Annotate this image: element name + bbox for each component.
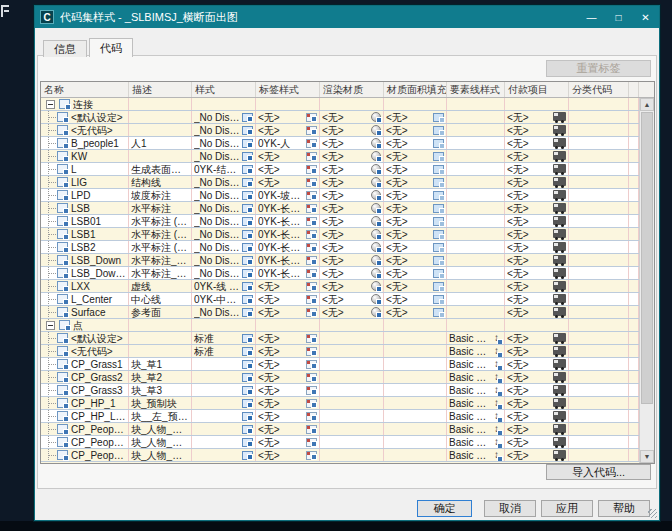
- cell-description[interactable]: 中心线: [129, 293, 192, 305]
- cell-name[interactable]: B_people1: [41, 137, 129, 149]
- cell-description[interactable]: 水平标注 (镜...: [129, 228, 192, 240]
- cell-render-material[interactable]: [320, 358, 384, 370]
- cell-name[interactable]: LIG: [41, 176, 129, 188]
- cell-feature-line[interactable]: [447, 163, 505, 175]
- cell-pay-item[interactable]: <无>: [505, 254, 569, 266]
- cell-label-style[interactable]: <无>: [256, 371, 320, 383]
- cell-feature-line[interactable]: [447, 241, 505, 253]
- cell-render-material[interactable]: <无>: [320, 137, 384, 149]
- cell-render-material[interactable]: <无>: [320, 241, 384, 253]
- cell-style[interactable]: 标准: [192, 332, 256, 344]
- cell-classification[interactable]: [569, 358, 629, 370]
- cell-classification[interactable]: [569, 163, 629, 175]
- cell-description[interactable]: 水平标注: [129, 202, 192, 214]
- cell-feature-line[interactable]: Basic Featu...↕: [447, 397, 505, 409]
- cell-render-material[interactable]: <无>: [320, 202, 384, 214]
- cell-label-style[interactable]: <无>: [256, 436, 320, 448]
- cell-description[interactable]: [129, 345, 192, 357]
- cell-pay-item[interactable]: <无>: [505, 215, 569, 227]
- cell-classification[interactable]: [569, 150, 629, 162]
- cell-classification[interactable]: [569, 111, 629, 123]
- cell-name[interactable]: LSB: [41, 202, 129, 214]
- cell-label-style[interactable]: 0YK-长度标...: [256, 215, 320, 227]
- cell-render-material[interactable]: <无>: [320, 280, 384, 292]
- cell-pay-item[interactable]: <无>: [505, 124, 569, 136]
- cell-classification[interactable]: [569, 241, 629, 253]
- cell-pay-item[interactable]: <无>: [505, 111, 569, 123]
- cell-render-material[interactable]: <无>: [320, 293, 384, 305]
- cell-classification[interactable]: [569, 98, 629, 110]
- cell-description[interactable]: 结构线: [129, 176, 192, 188]
- cell-render-material[interactable]: <无>: [320, 124, 384, 136]
- cell-feature-line[interactable]: [447, 306, 505, 318]
- cell-material-fill[interactable]: [384, 345, 447, 357]
- cell-feature-line[interactable]: [447, 202, 505, 214]
- cell-feature-line[interactable]: [447, 215, 505, 227]
- cell-description[interactable]: 块_草1: [129, 358, 192, 370]
- cell-feature-line[interactable]: [447, 150, 505, 162]
- scroll-down-icon[interactable]: ▼: [640, 450, 654, 463]
- cell-label-style[interactable]: <无>: [256, 345, 320, 357]
- cell-classification[interactable]: [569, 384, 629, 396]
- cell-render-material[interactable]: <无>: [320, 189, 384, 201]
- cell-label-style[interactable]: 0YK-长度标...: [256, 241, 320, 253]
- cell-pay-item[interactable]: <无>: [505, 371, 569, 383]
- cell-pay-item[interactable]: <无>: [505, 332, 569, 344]
- cell-label-style[interactable]: 0YK-坡度标...: [256, 189, 320, 201]
- cell-material-fill[interactable]: <无>: [384, 293, 447, 305]
- import-codes-button[interactable]: 导入代码...: [546, 464, 651, 480]
- cell-feature-line[interactable]: [447, 98, 505, 110]
- help-button[interactable]: 帮助: [598, 500, 650, 517]
- cell-label-style[interactable]: [256, 319, 320, 331]
- cell-render-material[interactable]: <无>: [320, 111, 384, 123]
- cell-label-style[interactable]: <无>: [256, 306, 320, 318]
- cell-render-material[interactable]: <无>: [320, 176, 384, 188]
- cell-render-material[interactable]: [320, 384, 384, 396]
- cell-pay-item[interactable]: <无>: [505, 280, 569, 292]
- ok-button[interactable]: 确定: [417, 500, 472, 517]
- cell-classification[interactable]: [569, 371, 629, 383]
- cell-render-material[interactable]: [320, 397, 384, 409]
- cell-feature-line[interactable]: [447, 124, 505, 136]
- cell-render-material[interactable]: [320, 319, 384, 331]
- cell-pay-item[interactable]: <无>: [505, 306, 569, 318]
- cell-classification[interactable]: [569, 410, 629, 422]
- cell-feature-line[interactable]: Basic Featu...↕: [447, 436, 505, 448]
- cell-style[interactable]: _No Display: [192, 228, 256, 240]
- column-header[interactable]: 描述: [129, 82, 192, 97]
- cell-style[interactable]: _No Display: [192, 150, 256, 162]
- cell-render-material[interactable]: [320, 436, 384, 448]
- cell-style[interactable]: [192, 397, 256, 409]
- cell-classification[interactable]: [569, 189, 629, 201]
- cell-render-material[interactable]: [320, 371, 384, 383]
- cell-feature-line[interactable]: [447, 293, 505, 305]
- resize-grip[interactable]: [648, 509, 657, 518]
- maximize-icon[interactable]: □: [605, 6, 632, 28]
- cell-pay-item[interactable]: <无>: [505, 202, 569, 214]
- cell-material-fill[interactable]: <无>: [384, 137, 447, 149]
- cell-description[interactable]: 水平标注_基础...: [129, 254, 192, 266]
- cell-label-style[interactable]: [256, 98, 320, 110]
- cell-feature-line[interactable]: Basic Featu...↕: [447, 410, 505, 422]
- cell-description[interactable]: 块_人物_一人: [129, 423, 192, 435]
- cell-name[interactable]: LSB2: [41, 241, 129, 253]
- column-header[interactable]: 渲染材质: [320, 82, 384, 97]
- cell-description[interactable]: 块__左_预制块...: [129, 410, 192, 422]
- cell-classification[interactable]: [569, 449, 629, 461]
- cell-name[interactable]: LSB_Down: [41, 254, 129, 266]
- cell-name[interactable]: CP_Grass1: [41, 358, 129, 370]
- cell-style[interactable]: _No Display: [192, 176, 256, 188]
- cell-pay-item[interactable]: <无>: [505, 449, 569, 461]
- cell-pay-item[interactable]: <无>: [505, 241, 569, 253]
- cell-pay-item[interactable]: <无>: [505, 137, 569, 149]
- cell-style[interactable]: 0YK-结构线...: [192, 163, 256, 175]
- cell-style[interactable]: _No Display: [192, 137, 256, 149]
- cell-label-style[interactable]: 0YK-长度标...: [256, 267, 320, 279]
- cell-pay-item[interactable]: <无>: [505, 397, 569, 409]
- cell-material-fill[interactable]: <无>: [384, 111, 447, 123]
- cell-name[interactable]: LXX: [41, 280, 129, 292]
- tab-info[interactable]: 信息: [43, 40, 87, 57]
- cell-label-style[interactable]: <无>: [256, 384, 320, 396]
- cell-material-fill[interactable]: <无>: [384, 254, 447, 266]
- cell-pay-item[interactable]: <无>: [505, 345, 569, 357]
